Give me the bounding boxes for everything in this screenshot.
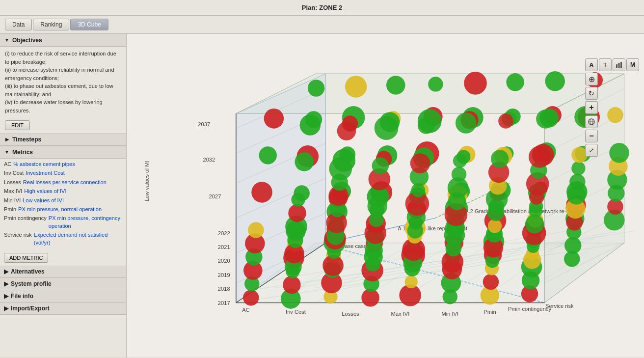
svg-point-111 [251, 182, 272, 203]
metric-pmin-label: Pmin [4, 206, 16, 213]
svg-point-72 [283, 276, 300, 294]
metric-invcost-link[interactable]: Investment Cost [26, 169, 64, 177]
metric-ac-label: AC [4, 161, 11, 168]
svg-point-200 [345, 76, 367, 98]
svg-point-252 [529, 146, 551, 168]
expand-button[interactable]: ⤢ [585, 144, 598, 157]
svg-text:Max IVI: Max IVI [391, 311, 410, 317]
svg-point-245 [571, 162, 585, 175]
objectives-text: (i) to reduce the risk of service interr… [5, 50, 121, 114]
svg-point-201 [386, 76, 405, 95]
svg-point-220 [529, 204, 542, 218]
m-button[interactable]: M [626, 58, 639, 71]
low-mi-label: Low values of MI [144, 161, 150, 201]
text-a-button[interactable]: A [585, 58, 598, 71]
metrics-arrow: ▼ [4, 149, 10, 155]
file-info-arrow: ▶ [4, 293, 8, 300]
metric-invcost: Inv Cost Investment Cost [4, 169, 122, 177]
timesteps-title: Timesteps [12, 136, 41, 143]
metric-pmin-link[interactable]: PX min pressure, normal operation [18, 206, 102, 213]
metric-losses-link[interactable]: Real losses per service connection [23, 179, 107, 186]
svg-point-256 [375, 116, 399, 140]
metric-maxivi-link[interactable]: High values of IVI [24, 188, 66, 195]
svg-point-119 [259, 146, 276, 164]
chart-icon-button[interactable] [613, 58, 625, 71]
system-profile-header[interactable]: ▶ System profile [0, 278, 126, 290]
add-metric-button[interactable]: ADD METRIC [4, 253, 48, 263]
svg-point-75 [405, 275, 418, 288]
svg-text:2021: 2021 [218, 244, 230, 250]
svg-point-255 [337, 121, 356, 140]
zoom-out-button[interactable]: − [585, 130, 598, 142]
3d-chart[interactable]: 2017 2018 2019 2020 2021 2022 2027 2032 … [127, 34, 644, 358]
file-info-header[interactable]: ▶ File info [0, 290, 126, 303]
objectives-header[interactable]: ▼ Objectives [0, 34, 126, 47]
svg-point-251 [491, 150, 509, 167]
metric-servicerisk-link[interactable]: Expected demand not satisfied (vol/yr) [34, 231, 122, 247]
metric-pmin: Pmin PX min pressure, normal operation [4, 206, 122, 213]
tab-ranking[interactable]: Ranking [33, 19, 69, 30]
obj-text-i: (i) to reduce the risk of service interr… [5, 50, 121, 66]
svg-point-141 [523, 251, 541, 269]
objectives-content: (i) to reduce the risk of service interr… [0, 47, 126, 117]
metric-ac: AC % asbestos cement pipes [4, 161, 122, 168]
svg-point-237 [569, 174, 585, 190]
svg-text:2037: 2037 [198, 121, 210, 127]
svg-text:AC: AC [242, 307, 249, 313]
timesteps-arrow: ▶ [4, 137, 10, 142]
svg-text:A.2 Gradual rehabilitation and: A.2 Gradual rehabilitation and network r… [465, 208, 582, 214]
move-icon-button[interactable]: ⊕ [585, 73, 598, 85]
svg-point-183 [295, 152, 314, 171]
metrics-title: Metrics [12, 149, 33, 156]
svg-point-242 [452, 167, 466, 182]
svg-text:2019: 2019 [218, 272, 230, 278]
svg-text:2027: 2027 [209, 193, 221, 199]
svg-point-127 [264, 109, 284, 129]
text-t-button[interactable]: T [599, 58, 612, 71]
svg-point-247 [329, 157, 352, 180]
import-export-arrow: ▶ [4, 305, 8, 312]
svg-point-205 [545, 71, 565, 91]
globe-icon-button[interactable] [585, 115, 598, 128]
metric-losses-label: Losses [4, 179, 21, 186]
metric-maxivi-label: Max IVI [4, 188, 22, 195]
zoom-in-button[interactable]: + [585, 101, 598, 114]
svg-text:Service risk: Service risk [545, 303, 574, 309]
import-export-header[interactable]: ▶ Import/Export [0, 303, 126, 315]
tab-3dcube[interactable]: 3D Cube [70, 19, 108, 30]
metrics-content: AC % asbestos cement pipes Inv Cost Inve… [0, 159, 126, 250]
metric-pmincontingency-link[interactable]: PX min pressure, contingency operation [49, 215, 122, 230]
svg-point-63 [243, 290, 259, 305]
tab-data[interactable]: Data [5, 19, 32, 30]
svg-point-211 [488, 219, 502, 233]
timesteps-header[interactable]: ▶ Timesteps [0, 133, 126, 146]
file-info-title: File info [11, 293, 33, 300]
metric-pmincontingency: Pmin contingency PX min pressure, contin… [4, 215, 122, 230]
svg-rect-2 [620, 62, 622, 68]
svg-point-257 [418, 117, 434, 134]
metrics-header[interactable]: ▼ Metrics [0, 146, 126, 159]
system-profile-title: System profile [11, 280, 52, 287]
metric-ac-link[interactable]: % asbestos cement pipes [13, 161, 75, 168]
edit-button[interactable]: EDIT [5, 120, 30, 130]
right-toolbar: A T M ⊕ ↻ + [585, 58, 639, 157]
obj-text-iv: (iv) to decrease water losses by lowerin… [5, 98, 121, 114]
svg-point-191 [300, 114, 321, 136]
metric-maxivi: Max IVI High values of IVI [4, 188, 122, 195]
svg-point-103 [248, 222, 264, 238]
svg-point-175 [291, 193, 305, 206]
alternatives-header[interactable]: ▶ Alternatives [0, 266, 126, 278]
alternatives-title: Alternatives [11, 268, 45, 275]
svg-point-258 [456, 112, 477, 134]
svg-text:2017: 2017 [218, 300, 230, 306]
chart-area: A T M ⊕ ↻ + [127, 34, 644, 358]
svg-point-167 [288, 204, 306, 222]
refresh-icon-button[interactable]: ↻ [585, 87, 598, 100]
main-layout: ▼ Objectives (i) to reduce the risk of s… [0, 34, 644, 358]
obj-text-ii: (ii) to increase system reliability in n… [5, 66, 121, 82]
svg-text:2018: 2018 [218, 286, 230, 292]
svg-point-199 [308, 80, 324, 96]
objectives-arrow: ▼ [4, 37, 10, 43]
metric-minivi-link[interactable]: Low values of IVI [23, 197, 64, 204]
svg-text:Min IVI: Min IVI [441, 311, 458, 317]
